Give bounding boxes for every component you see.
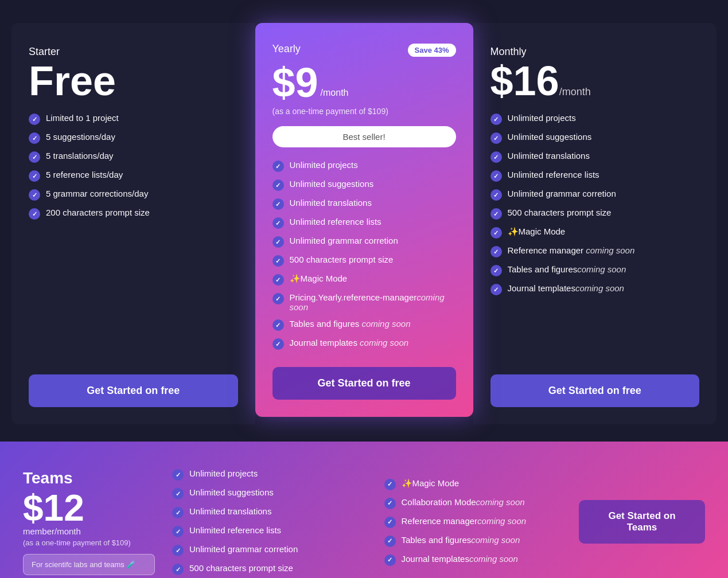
check-icon bbox=[384, 517, 396, 528]
feature-text: Unlimited grammar corretion bbox=[508, 189, 616, 198]
list-item: Tables and figurescoming soon bbox=[490, 264, 700, 276]
check-icon bbox=[29, 189, 40, 201]
teams-cta-container: Get Started on Teams bbox=[579, 500, 705, 544]
feature-text: ✨Magic Mode bbox=[290, 274, 348, 284]
check-icon bbox=[172, 526, 184, 537]
yearly-card: Yearly Save 43% $9 /month (as a one-time… bbox=[255, 23, 473, 417]
coming-soon-text: coming soon bbox=[361, 319, 410, 329]
feature-text: 5 translations/day bbox=[46, 151, 114, 161]
check-icon bbox=[384, 498, 396, 509]
teams-cta-button[interactable]: Get Started on Teams bbox=[579, 500, 705, 544]
check-icon bbox=[490, 151, 502, 163]
yearly-one-time: (as a one-time payment of $109) bbox=[272, 107, 456, 116]
yearly-header: Yearly Save 43% bbox=[272, 43, 456, 57]
list-item: ✨Magic Mode bbox=[272, 274, 456, 286]
list-item: 5 grammar corrections/day bbox=[29, 189, 238, 201]
feature-text: Unlimited projects bbox=[508, 113, 576, 123]
feature-text: Unlimited grammar corretion bbox=[189, 544, 298, 554]
teams-price-sub: member/month bbox=[23, 526, 155, 536]
feature-text: Unlimited projects bbox=[290, 160, 358, 170]
check-icon bbox=[384, 536, 396, 547]
yearly-cta-button[interactable]: Get Started on free bbox=[272, 367, 456, 400]
coming-soon-text: coming soon bbox=[586, 245, 634, 255]
list-item: Collaboration Modecoming soon bbox=[384, 497, 568, 509]
monthly-per-month: /month bbox=[559, 86, 591, 97]
feature-text: Unlimited reference lists bbox=[189, 525, 281, 535]
list-item: Unlimited suggestions bbox=[172, 487, 356, 499]
feature-text: Unlimited projects bbox=[189, 468, 258, 478]
monthly-label: Monthly bbox=[490, 46, 700, 58]
list-item: Unlimited translations bbox=[172, 506, 356, 518]
feature-text: Tables and figurescoming soon bbox=[402, 535, 520, 545]
check-icon bbox=[272, 338, 284, 350]
check-icon bbox=[384, 554, 396, 566]
feature-text: 5 suggestions/day bbox=[46, 132, 115, 142]
monthly-price: $16 bbox=[490, 58, 559, 104]
pricing-section: Starter Free Limited to 1 project 5 sugg… bbox=[0, 0, 728, 424]
feature-text: 500 characters prompt size bbox=[189, 563, 293, 573]
check-icon bbox=[29, 132, 40, 144]
teams-badge: For scientifc labs and teams 🧪 bbox=[23, 554, 155, 575]
check-icon bbox=[29, 208, 40, 220]
list-item: Unlimited translations bbox=[272, 198, 456, 210]
starter-cta-button[interactable]: Get Started on free bbox=[29, 374, 238, 407]
yearly-label: Yearly bbox=[272, 43, 301, 55]
monthly-price-container: $16/month bbox=[490, 60, 700, 101]
check-icon bbox=[29, 114, 40, 125]
coming-soon-text: coming soon bbox=[469, 554, 518, 564]
feature-text: Collaboration Modecoming soon bbox=[402, 497, 525, 507]
check-icon bbox=[172, 469, 184, 481]
check-icon bbox=[272, 293, 284, 304]
feature-text: Unlimited suggestions bbox=[189, 487, 274, 497]
monthly-card: Monthly $16/month Unlimited projects Unl… bbox=[473, 23, 717, 424]
feature-text: Unlimited suggestions bbox=[290, 179, 374, 189]
check-icon bbox=[490, 170, 502, 182]
check-icon bbox=[490, 265, 502, 276]
yearly-price-container: $9 /month bbox=[272, 62, 456, 103]
teams-info: Teams $12 member/month (as a one-time pa… bbox=[23, 469, 155, 575]
feature-text: Journal templatescoming soon bbox=[402, 554, 518, 564]
check-icon bbox=[490, 208, 502, 220]
teams-features-col1: Unlimited projects Unlimited suggestions… bbox=[155, 468, 373, 575]
feature-text: Unlimited suggestions bbox=[508, 132, 592, 142]
feature-text: Limited to 1 project bbox=[46, 113, 119, 123]
teams-price: $12 bbox=[23, 490, 155, 526]
list-item: 500 characters prompt size bbox=[272, 255, 456, 267]
list-item: Unlimited reference lists bbox=[172, 525, 356, 537]
list-item: Reference managercoming soon bbox=[384, 516, 568, 528]
list-item: Unlimited suggestions bbox=[272, 179, 456, 191]
list-item: 200 characters prompt size bbox=[29, 208, 238, 220]
feature-text: ✨Magic Mode bbox=[508, 226, 566, 237]
teams-features-col2: ✨Magic Mode Collaboration Modecoming soo… bbox=[373, 478, 579, 566]
coming-soon-text: coming soon bbox=[476, 497, 525, 507]
list-item: Unlimited grammar corretion bbox=[272, 236, 456, 248]
feature-text: Unlimited translations bbox=[189, 506, 271, 516]
check-icon bbox=[172, 545, 184, 556]
check-icon bbox=[490, 132, 502, 144]
check-icon bbox=[272, 198, 284, 210]
check-icon bbox=[490, 114, 502, 125]
feature-text: 5 reference lists/day bbox=[46, 170, 123, 179]
feature-text: Unlimited grammar corretion bbox=[290, 236, 398, 245]
list-item: Limited to 1 project bbox=[29, 113, 238, 125]
feature-text: 500 characters prompt size bbox=[508, 208, 612, 217]
check-icon bbox=[272, 274, 284, 286]
check-icon bbox=[172, 507, 184, 518]
feature-text: Reference manager coming soon bbox=[508, 245, 635, 255]
teams-feature-list-2: ✨Magic Mode Collaboration Modecoming soo… bbox=[384, 478, 568, 566]
coming-soon-text: coming soon bbox=[577, 264, 626, 274]
check-icon bbox=[490, 189, 502, 201]
list-item: Pricing.Yearly.reference-managercoming s… bbox=[272, 292, 456, 312]
list-item: 5 suggestions/day bbox=[29, 132, 238, 144]
coming-soon-text: coming soon bbox=[477, 516, 526, 526]
monthly-features: Unlimited projects Unlimited suggestions… bbox=[490, 113, 700, 357]
feature-text: 5 grammar corrections/day bbox=[46, 189, 148, 198]
teams-one-time: (as a one-time payment of $109) bbox=[23, 538, 155, 547]
feature-text: Journal templates coming soon bbox=[290, 338, 409, 347]
check-icon bbox=[172, 564, 184, 575]
check-icon bbox=[384, 479, 396, 490]
list-item: ✨Magic Mode bbox=[384, 478, 568, 490]
monthly-cta-button[interactable]: Get Started on free bbox=[490, 374, 700, 407]
list-item: 5 reference lists/day bbox=[29, 170, 238, 182]
list-item: Unlimited reference lists bbox=[490, 170, 700, 182]
